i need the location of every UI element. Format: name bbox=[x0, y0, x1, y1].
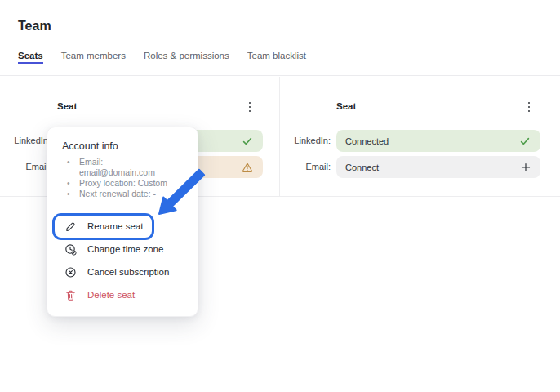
pencil-icon bbox=[64, 220, 77, 233]
trash-icon bbox=[64, 289, 77, 301]
cancel-circle-icon bbox=[64, 266, 77, 278]
detail-proxy-location: Proxy location: Custom bbox=[62, 178, 186, 189]
menu-divider bbox=[62, 207, 184, 207]
detail-next-renewal: Next renewal date: - bbox=[62, 189, 186, 199]
column-divider bbox=[279, 77, 280, 196]
tab-team-members[interactable]: Team members bbox=[61, 51, 126, 64]
linkedin-status-pill: Connected bbox=[336, 130, 540, 152]
account-info-details: Email: email@domain.com Proxy location: … bbox=[62, 157, 186, 199]
linkedin-label: LinkedIn: bbox=[2, 136, 51, 145]
tab-bar: Seats Team members Roles & permissions T… bbox=[0, 45, 560, 76]
menu-item-cancel-subscription[interactable]: Cancel subscription bbox=[62, 261, 186, 283]
linkedin-status-text: Connected bbox=[345, 136, 389, 146]
menu-item-delete-seat[interactable]: Delete seat bbox=[62, 283, 186, 306]
seat-card-title: Seat bbox=[57, 101, 77, 111]
warning-icon bbox=[242, 162, 253, 173]
clock-timezone-icon bbox=[64, 243, 77, 256]
linkedin-label: LinkedIn: bbox=[282, 136, 331, 145]
plus-icon bbox=[521, 163, 531, 172]
detail-email: Email: email@domain.com bbox=[62, 157, 186, 178]
page-title: Team bbox=[18, 19, 51, 33]
kebab-menu-icon[interactable] bbox=[243, 100, 256, 114]
email-label: Email: bbox=[282, 162, 331, 172]
check-icon bbox=[519, 136, 531, 147]
tab-seats[interactable]: Seats bbox=[18, 51, 43, 64]
seat-card-title: Seat bbox=[336, 101, 356, 111]
tab-roles-permissions[interactable]: Roles & permissions bbox=[144, 51, 229, 64]
email-connect-text: Connect bbox=[345, 163, 379, 172]
tab-team-blacklist[interactable]: Team blacklist bbox=[247, 51, 306, 64]
seat-context-menu: Account info Email: email@domain.com Pro… bbox=[47, 127, 198, 317]
kebab-menu-icon[interactable] bbox=[522, 100, 536, 114]
email-label: Email: bbox=[2, 162, 51, 172]
email-connect-button[interactable]: Connect bbox=[336, 156, 540, 178]
menu-item-change-time-zone[interactable]: Change time zone bbox=[62, 238, 186, 261]
account-info-heading: Account info bbox=[62, 140, 186, 152]
menu-item-rename-seat[interactable]: Rename seat bbox=[62, 215, 186, 238]
check-icon bbox=[242, 136, 253, 147]
